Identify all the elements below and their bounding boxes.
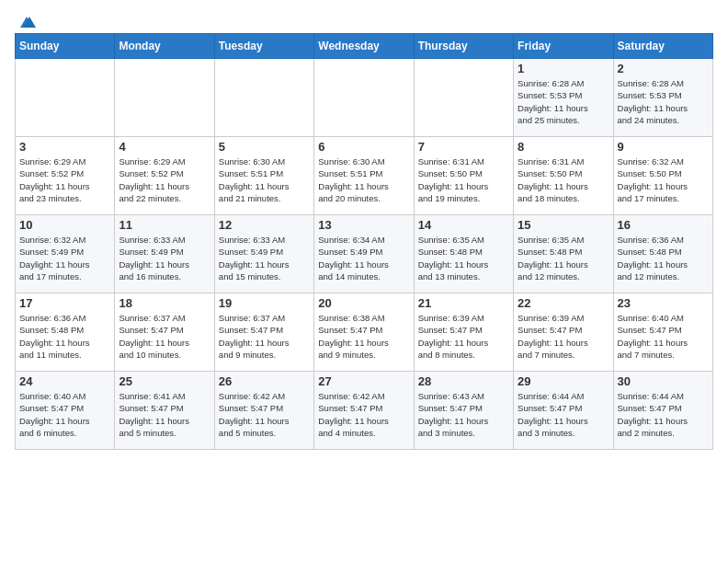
day-number: 15 [518, 218, 609, 232]
cell-info: Sunrise: 6:32 AMSunset: 5:49 PMDaylight:… [19, 234, 110, 282]
day-number: 9 [618, 140, 709, 154]
cell-info: Sunrise: 6:35 AMSunset: 5:48 PMDaylight:… [518, 234, 609, 282]
calendar-cell: 22Sunrise: 6:39 AMSunset: 5:47 PMDayligh… [514, 293, 613, 372]
day-number: 14 [418, 218, 509, 232]
cell-info: Sunrise: 6:39 AMSunset: 5:47 PMDaylight:… [418, 312, 509, 361]
cell-info: Sunrise: 6:29 AMSunset: 5:52 PMDaylight:… [119, 155, 210, 204]
day-number: 7 [418, 140, 509, 154]
day-number: 30 [618, 374, 709, 388]
calendar-cell: 2Sunrise: 6:28 AMSunset: 5:53 PMDaylight… [613, 59, 712, 137]
calendar-cell: 16Sunrise: 6:36 AMSunset: 5:48 PMDayligh… [613, 215, 712, 293]
day-number: 16 [618, 218, 709, 232]
calendar-week-row: 3Sunrise: 6:29 AMSunset: 5:52 PMDaylight… [16, 137, 713, 215]
calendar-cell: 11Sunrise: 6:33 AMSunset: 5:49 PMDayligh… [115, 215, 214, 293]
column-header-friday: Friday [514, 34, 613, 59]
day-number: 5 [219, 140, 310, 154]
cell-info: Sunrise: 6:28 AMSunset: 5:53 PMDaylight:… [518, 77, 609, 126]
calendar-header-row: SundayMondayTuesdayWednesdayThursdayFrid… [16, 34, 713, 59]
cell-info: Sunrise: 6:31 AMSunset: 5:50 PMDaylight:… [418, 155, 509, 204]
day-number: 13 [318, 218, 409, 232]
day-number: 10 [19, 218, 110, 232]
logo [15, 15, 39, 26]
calendar-cell: 21Sunrise: 6:39 AMSunset: 5:47 PMDayligh… [414, 293, 513, 372]
column-header-thursday: Thursday [414, 34, 513, 59]
calendar-cell: 9Sunrise: 6:32 AMSunset: 5:50 PMDaylight… [613, 137, 712, 215]
calendar-cell: 29Sunrise: 6:44 AMSunset: 5:47 PMDayligh… [514, 372, 613, 450]
cell-info: Sunrise: 6:39 AMSunset: 5:47 PMDaylight:… [518, 312, 609, 361]
day-number: 17 [19, 296, 110, 310]
cell-info: Sunrise: 6:42 AMSunset: 5:47 PMDaylight:… [318, 390, 409, 439]
calendar-cell: 6Sunrise: 6:30 AMSunset: 5:51 PMDaylight… [314, 137, 414, 215]
day-number: 21 [418, 296, 509, 310]
calendar-cell: 18Sunrise: 6:37 AMSunset: 5:47 PMDayligh… [115, 293, 214, 372]
day-number: 4 [119, 140, 210, 154]
cell-info: Sunrise: 6:35 AMSunset: 5:48 PMDaylight:… [418, 234, 509, 282]
cell-info: Sunrise: 6:36 AMSunset: 5:48 PMDaylight:… [618, 234, 709, 282]
day-number: 3 [19, 140, 110, 154]
cell-info: Sunrise: 6:38 AMSunset: 5:47 PMDaylight:… [318, 312, 409, 361]
calendar-cell: 1Sunrise: 6:28 AMSunset: 5:53 PMDaylight… [514, 59, 613, 137]
calendar-cell: 17Sunrise: 6:36 AMSunset: 5:48 PMDayligh… [16, 293, 115, 372]
calendar-cell: 8Sunrise: 6:31 AMSunset: 5:50 PMDaylight… [514, 137, 613, 215]
calendar-week-row: 24Sunrise: 6:40 AMSunset: 5:47 PMDayligh… [16, 372, 713, 450]
cell-info: Sunrise: 6:34 AMSunset: 5:49 PMDaylight:… [318, 234, 409, 282]
cell-info: Sunrise: 6:37 AMSunset: 5:47 PMDaylight:… [219, 312, 310, 361]
day-number: 25 [119, 374, 210, 388]
column-header-saturday: Saturday [613, 34, 712, 59]
cell-info: Sunrise: 6:36 AMSunset: 5:48 PMDaylight:… [19, 312, 110, 361]
calendar-cell [214, 59, 313, 137]
logo-icon [17, 15, 37, 29]
column-header-tuesday: Tuesday [214, 34, 313, 59]
cell-info: Sunrise: 6:30 AMSunset: 5:51 PMDaylight:… [318, 155, 409, 204]
day-number: 28 [418, 374, 509, 388]
calendar-cell: 7Sunrise: 6:31 AMSunset: 5:50 PMDaylight… [414, 137, 513, 215]
calendar-cell [414, 59, 513, 137]
cell-info: Sunrise: 6:43 AMSunset: 5:47 PMDaylight:… [418, 390, 509, 439]
cell-info: Sunrise: 6:32 AMSunset: 5:50 PMDaylight:… [618, 155, 709, 204]
day-number: 29 [518, 374, 609, 388]
cell-info: Sunrise: 6:30 AMSunset: 5:51 PMDaylight:… [219, 155, 310, 204]
calendar-cell: 30Sunrise: 6:44 AMSunset: 5:47 PMDayligh… [613, 372, 712, 450]
calendar-cell: 15Sunrise: 6:35 AMSunset: 5:48 PMDayligh… [514, 215, 613, 293]
cell-info: Sunrise: 6:37 AMSunset: 5:47 PMDaylight:… [119, 312, 210, 361]
calendar-week-row: 1Sunrise: 6:28 AMSunset: 5:53 PMDaylight… [16, 59, 713, 137]
cell-info: Sunrise: 6:40 AMSunset: 5:47 PMDaylight:… [19, 390, 110, 439]
day-number: 23 [618, 296, 709, 310]
cell-info: Sunrise: 6:41 AMSunset: 5:47 PMDaylight:… [119, 390, 210, 439]
calendar-cell: 12Sunrise: 6:33 AMSunset: 5:49 PMDayligh… [214, 215, 313, 293]
cell-info: Sunrise: 6:28 AMSunset: 5:53 PMDaylight:… [618, 77, 709, 126]
calendar-cell [16, 59, 115, 137]
cell-info: Sunrise: 6:40 AMSunset: 5:47 PMDaylight:… [618, 312, 709, 361]
calendar-cell: 20Sunrise: 6:38 AMSunset: 5:47 PMDayligh… [314, 293, 414, 372]
calendar-week-row: 10Sunrise: 6:32 AMSunset: 5:49 PMDayligh… [16, 215, 713, 293]
column-header-sunday: Sunday [16, 34, 115, 59]
day-number: 1 [518, 62, 609, 75]
calendar-cell: 28Sunrise: 6:43 AMSunset: 5:47 PMDayligh… [414, 372, 513, 450]
day-number: 26 [219, 374, 310, 388]
day-number: 27 [318, 374, 409, 388]
cell-info: Sunrise: 6:31 AMSunset: 5:50 PMDaylight:… [518, 155, 609, 204]
calendar-cell: 3Sunrise: 6:29 AMSunset: 5:52 PMDaylight… [16, 137, 115, 215]
calendar-cell [314, 59, 414, 137]
day-number: 22 [518, 296, 609, 310]
cell-info: Sunrise: 6:44 AMSunset: 5:47 PMDaylight:… [618, 390, 709, 439]
calendar-cell [115, 59, 214, 137]
calendar-cell: 19Sunrise: 6:37 AMSunset: 5:47 PMDayligh… [214, 293, 313, 372]
calendar-cell: 27Sunrise: 6:42 AMSunset: 5:47 PMDayligh… [314, 372, 414, 450]
page-header [15, 15, 713, 26]
day-number: 6 [318, 140, 409, 154]
calendar-cell: 5Sunrise: 6:30 AMSunset: 5:51 PMDaylight… [214, 137, 313, 215]
calendar-cell: 24Sunrise: 6:40 AMSunset: 5:47 PMDayligh… [16, 372, 115, 450]
day-number: 19 [219, 296, 310, 310]
day-number: 18 [119, 296, 210, 310]
day-number: 2 [618, 62, 709, 75]
day-number: 12 [219, 218, 310, 232]
calendar-cell: 23Sunrise: 6:40 AMSunset: 5:47 PMDayligh… [613, 293, 712, 372]
day-number: 24 [19, 374, 110, 388]
calendar-table: SundayMondayTuesdayWednesdayThursdayFrid… [15, 33, 713, 450]
cell-info: Sunrise: 6:42 AMSunset: 5:47 PMDaylight:… [219, 390, 310, 439]
cell-info: Sunrise: 6:33 AMSunset: 5:49 PMDaylight:… [119, 234, 210, 282]
calendar-cell: 13Sunrise: 6:34 AMSunset: 5:49 PMDayligh… [314, 215, 414, 293]
cell-info: Sunrise: 6:29 AMSunset: 5:52 PMDaylight:… [19, 155, 110, 204]
day-number: 11 [119, 218, 210, 232]
